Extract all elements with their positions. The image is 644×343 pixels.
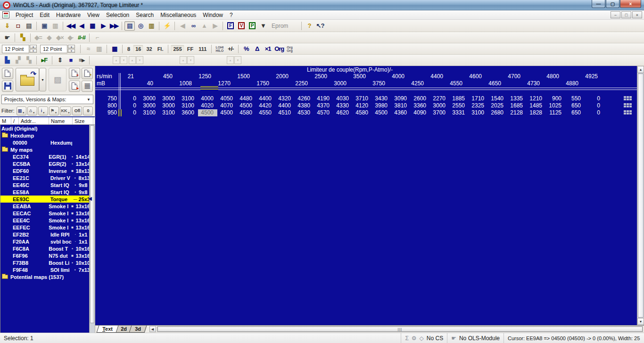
map-cell[interactable]: 4030: [333, 95, 353, 102]
map-cell[interactable]: 1210: [527, 95, 546, 102]
map-cell[interactable]: 4570: [314, 109, 333, 116]
search-preview-icon[interactable]: ◎: [135, 21, 146, 31]
column-header-addr[interactable]: Addr...: [19, 117, 49, 124]
map-cell[interactable]: 3100: [159, 109, 179, 116]
tree-map-row[interactable]: 00000Hexdump: [0, 139, 90, 146]
delta-button[interactable]: Δ: [252, 44, 262, 54]
selected-map-cell[interactable]: 4500: [198, 109, 217, 116]
spin-down-icon[interactable]: ▼: [68, 49, 75, 53]
map-cell[interactable]: 3700: [430, 109, 449, 116]
menu-item-window[interactable]: Window: [199, 11, 226, 19]
map-cell[interactable]: 2325: [469, 102, 488, 109]
list-columns-icon[interactable]: ≡▸: [76, 56, 87, 65]
map-cell[interactable]: 3000: [159, 102, 179, 109]
map-cell[interactable]: 4500: [372, 109, 391, 116]
tree-folder-row[interactable]: Potential maps (1537): [0, 273, 90, 280]
byte-order-button[interactable]: LOHI HILO: [214, 46, 225, 52]
width-32-button[interactable]: 32: [144, 45, 154, 53]
map-cell[interactable]: 0: [585, 109, 604, 116]
factor-button[interactable]: ×1: [263, 44, 273, 54]
map-vscroll-thumb[interactable]: [638, 74, 644, 318]
nav-last-icon[interactable]: ▶▶: [109, 21, 119, 31]
map-vertical-scrollbar[interactable]: ▲ ▼: [637, 66, 644, 325]
hscroll-thumb[interactable]: |||: [157, 327, 643, 332]
properties-window-icon[interactable]: ▣: [39, 21, 50, 31]
map-cell[interactable]: 2680: [488, 109, 507, 116]
map-cell[interactable]: 3100: [179, 102, 198, 109]
map-cell[interactable]: 1485: [527, 102, 546, 109]
sidebar-scrollbar-thumb[interactable]: [90, 125, 94, 323]
map-cell[interactable]: 0: [585, 102, 604, 109]
tree-map-row[interactable]: EE93CTorque—25x3: [0, 196, 90, 203]
menu-item-miscellaneous[interactable]: Miscellaneous: [157, 11, 199, 19]
width-float-button[interactable]: Fl.: [155, 45, 166, 53]
mode-ff-button[interactable]: FF: [185, 45, 196, 53]
save-project-button[interactable]: [2, 81, 13, 92]
percent-button[interactable]: %: [241, 44, 251, 54]
version-write-button[interactable]: ▸: [69, 81, 80, 92]
map-cell[interactable]: 4000: [198, 95, 217, 102]
tree-map-row[interactable]: EDF60Inverse■18x13: [0, 167, 90, 174]
open-project-dropdown[interactable]: ▼: [39, 68, 46, 91]
map-cell[interactable]: 2270: [430, 95, 449, 102]
column-header-m[interactable]: M: [0, 117, 11, 124]
map-cell[interactable]: 4400: [256, 95, 275, 102]
font-size-spinner-1[interactable]: 12 Point▲▼: [2, 45, 37, 53]
map-cell[interactable]: 900: [546, 95, 565, 102]
map-cell[interactable]: 3980: [372, 102, 391, 109]
map-cell[interactable]: 4500: [217, 109, 237, 116]
map-cell[interactable]: 0: [121, 102, 140, 109]
tree-folder-row[interactable]: Hexdump: [0, 132, 90, 139]
map-cell[interactable]: 4580: [237, 109, 256, 116]
map-cell[interactable]: 1685: [507, 102, 527, 109]
tree-folder-row[interactable]: My maps: [0, 146, 90, 153]
map-cell[interactable]: 4620: [333, 109, 353, 116]
spin-down-icon[interactable]: ▼: [30, 49, 37, 53]
map-cell[interactable]: 3430: [372, 95, 391, 102]
print-icon[interactable]: ▤: [24, 21, 34, 31]
scroll-left-icon[interactable]: ◀: [149, 326, 156, 332]
column-header-[interactable]: /: [11, 117, 19, 124]
chip-search-icon[interactable]: ▚: [17, 33, 28, 42]
map-cell[interactable]: 550: [565, 95, 585, 102]
tree-map-row[interactable]: EF2B2Idle RPI·1x1: [0, 231, 90, 238]
map-cell[interactable]: 4580: [353, 109, 372, 116]
map-cell[interactable]: 1125: [546, 109, 565, 116]
menu-item-edit[interactable]: Edit: [36, 11, 53, 19]
map-cell[interactable]: 4330: [333, 102, 353, 109]
tree-project-row[interactable]: Audi (Original): [0, 125, 90, 132]
org-org-button[interactable]: Org Org: [285, 46, 294, 52]
menu-item-project[interactable]: Project: [12, 11, 36, 19]
tree-map-row[interactable]: EE58AStart IQ▪9x8: [0, 188, 90, 196]
map-cell[interactable]: 3810: [391, 102, 411, 109]
nav-next-icon[interactable]: ▶: [98, 21, 108, 31]
version-read-button[interactable]: +: [69, 68, 80, 79]
map-cell[interactable]: 3710: [353, 95, 372, 102]
map-cell[interactable]: 4400: [275, 102, 295, 109]
restore-button[interactable]: ▢: [606, 0, 619, 8]
eprom-chip-icon[interactable]: ▥: [146, 21, 157, 31]
map-cell[interactable]: 3000: [140, 95, 159, 102]
mdi-minimize-button[interactable]: −: [611, 11, 620, 18]
hexdump-view-icon[interactable]: ▦: [87, 21, 98, 31]
filter-kk-button[interactable]: KK▼: [60, 106, 72, 115]
map-cell[interactable]: 3600: [179, 109, 198, 116]
map-cell[interactable]: 4120: [353, 102, 372, 109]
map-horizontal-scrollbar[interactable]: ◀ |||: [146, 326, 644, 333]
map-cell[interactable]: 2025: [488, 102, 507, 109]
tree-map-row[interactable]: EECACSmoke l■13x16: [0, 210, 90, 217]
map-cell[interactable]: 4480: [237, 95, 256, 102]
map-cell[interactable]: 3360: [411, 102, 430, 109]
tree-map-row[interactable]: EE21CDriver V▪8x13: [0, 174, 90, 181]
map-wizard-icon[interactable]: ▙: [2, 56, 12, 65]
map-cell[interactable]: 2600: [411, 95, 430, 102]
scroll-down-icon[interactable]: ▼: [637, 318, 644, 325]
tree-map-row[interactable]: F20AAsvbl boc·1x1: [0, 238, 90, 245]
map-cell[interactable]: 4370: [314, 102, 333, 109]
map-cell[interactable]: 4190: [314, 95, 333, 102]
map-cell[interactable]: 3100: [469, 109, 488, 116]
map-cell[interactable]: 2128: [507, 109, 527, 116]
folder-function-icon[interactable]: ▸F: [39, 56, 50, 65]
column-header-name[interactable]: Name: [49, 117, 73, 124]
menu-item-selection[interactable]: Selection: [103, 11, 132, 19]
